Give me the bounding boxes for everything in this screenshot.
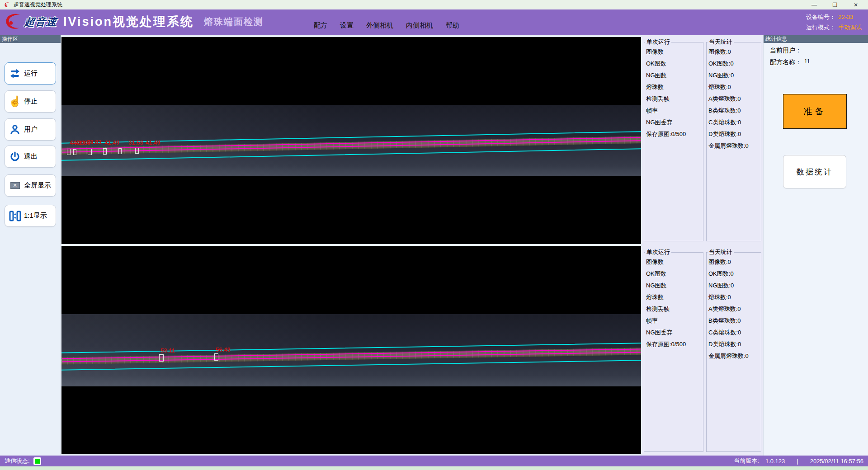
- status-right-group: 当前版本: 1.0.123 | 2025/02/11 16:57:56: [734, 457, 863, 465]
- stat-row: 熔珠数:0: [707, 81, 761, 93]
- stat-row: 检测丢帧: [644, 303, 703, 315]
- single-run-title: 单次运行: [645, 248, 671, 256]
- run-button-label: 运行: [24, 69, 38, 78]
- menu-outer-camera[interactable]: 外侧相机: [360, 19, 400, 32]
- brand-logo-text: 超音速: [24, 15, 57, 29]
- measurement-label: 41.49: [146, 139, 160, 146]
- recipe-name-label: 配方名称：: [770, 58, 802, 66]
- single-run-title: 单次运行: [645, 38, 671, 46]
- stat-row: 熔珠数:0: [707, 291, 761, 303]
- stat-row: 帧率: [644, 315, 703, 327]
- prepare-button[interactable]: 准备: [783, 94, 847, 129]
- stat-row: 保存原图:0/500: [644, 338, 703, 350]
- stat-row: 金属屑熔珠数:0: [707, 350, 761, 362]
- user-button-label: 用户: [24, 125, 38, 134]
- stat-row: NG图数:0: [707, 70, 761, 81]
- info-panel: 统计信息 当前用户： 配方名称：11 准备 数据统计: [763, 35, 868, 456]
- minimize-button[interactable]: —: [804, 0, 825, 9]
- window-controls: — ❐ ✕: [804, 0, 866, 9]
- stat-row: 金属屑熔珠数:0: [707, 140, 761, 152]
- stat-row: NG图数: [644, 70, 703, 81]
- stat-row: 帧率: [644, 105, 703, 117]
- measurement-label: 41.49: [104, 139, 119, 146]
- sidebar-header: 操作区: [0, 35, 61, 43]
- datetime-value: 2025/02/11 16:57:56: [810, 458, 863, 465]
- stat-row: 图像数:0: [707, 256, 761, 268]
- comm-status-label: 通信状态:: [5, 457, 30, 465]
- detection-box: [73, 149, 76, 155]
- run-mode-row: 运行模式：手动调试: [806, 22, 862, 33]
- user-icon: [9, 124, 21, 136]
- restore-button[interactable]: ❐: [825, 0, 845, 9]
- detection-box: [118, 148, 122, 154]
- brand-swoosh-icon: [3, 11, 24, 32]
- stat-row: 熔珠数: [644, 291, 703, 303]
- measurement-label: 53.11: [160, 347, 175, 354]
- stat-row: OK图数:0: [707, 268, 761, 280]
- statistics-area: 单次运行 图像数 OK图数 NG图数 熔珠数 检测丢帧 帧率 NG图丢弃 保存原…: [642, 35, 763, 456]
- close-button[interactable]: ✕: [845, 0, 866, 9]
- fullscreen-button-label: 全屏显示: [24, 181, 51, 190]
- status-separator: |: [797, 458, 798, 465]
- user-button[interactable]: 用户: [5, 118, 56, 141]
- stat-row: NG图丢弃: [644, 327, 703, 338]
- run-arrows-icon: [9, 68, 21, 80]
- brand-block: 超音速 IVision视觉处理系统 熔珠端面检测: [3, 11, 264, 32]
- stat-row: D类熔珠数:0: [707, 338, 761, 350]
- stop-button[interactable]: ☝ 停止: [5, 90, 56, 113]
- menu-recipe[interactable]: 配方: [307, 19, 334, 32]
- stat-row: OK图数: [644, 268, 703, 280]
- fullscreen-button[interactable]: ✕ 全屏显示: [5, 174, 56, 197]
- menu-help[interactable]: 帮助: [439, 19, 466, 32]
- stop-button-label: 停止: [24, 97, 38, 106]
- detection-box: [103, 148, 107, 155]
- camera-view-area: 44.39 41.85 39.83 41.49 31.53 41.49 53.1…: [61, 35, 642, 456]
- measurement-label: 31.53: [128, 139, 143, 146]
- recipe-name-value: 11: [804, 58, 810, 65]
- stat-row: OK图数:0: [707, 58, 761, 70]
- app-title: IVision视觉处理系统: [63, 14, 194, 30]
- app-logo-icon: [4, 1, 10, 8]
- device-id-row: 设备编号：22-33: [806, 12, 862, 22]
- comm-green-dot: [35, 459, 40, 464]
- outer-camera-viewport[interactable]: 44.39 41.85 39.83 41.49 31.53 41.49: [61, 37, 641, 244]
- comm-status-group: 通信状态:: [5, 457, 41, 465]
- status-bar: 通信状态: 当前版本: 1.0.123 | 2025/02/11 16:57:5…: [0, 456, 868, 466]
- detection-box: [135, 148, 139, 154]
- inner-camera-viewport[interactable]: 53.11 56.43: [61, 246, 641, 454]
- single-run-group-top: 单次运行 图像数 OK图数 NG图数 熔珠数 检测丢帧 帧率 NG图丢弃 保存原…: [644, 38, 703, 241]
- device-id-value: 22-33: [838, 14, 853, 20]
- stat-row: 熔珠数: [644, 81, 703, 93]
- hand-stop-icon: ☝: [9, 96, 21, 108]
- comm-status-indicator: [33, 457, 41, 465]
- exit-button-label: 退出: [24, 152, 38, 161]
- exit-button[interactable]: 退出: [5, 146, 56, 168]
- detection-box: [214, 353, 218, 361]
- run-button[interactable]: 运行: [5, 62, 56, 85]
- recipe-name-row: 配方名称：11: [770, 58, 868, 66]
- detection-box: [88, 149, 92, 155]
- stat-row: B类熔珠数:0: [707, 315, 761, 327]
- stat-row: NG图数: [644, 280, 703, 291]
- one-to-one-button[interactable]: 1:1显示: [5, 205, 56, 227]
- menu-settings[interactable]: 设置: [334, 19, 360, 32]
- daily-stats-group-top: 当天统计 图像数:0 OK图数:0 NG图数:0 熔珠数:0 A类熔珠数:0 B…: [706, 38, 761, 241]
- power-icon: [9, 151, 21, 163]
- stat-row: B类熔珠数:0: [707, 105, 761, 117]
- stat-row: C类熔珠数:0: [707, 117, 761, 128]
- device-id-label: 设备编号：: [806, 14, 835, 20]
- stat-row: NG图丢弃: [644, 117, 703, 128]
- operation-sidebar: 操作区 运行 ☝ 停止 用户: [0, 35, 61, 456]
- current-user-row: 当前用户：: [770, 47, 868, 55]
- detection-box: [159, 354, 164, 362]
- daily-stats-title: 当天统计: [708, 38, 734, 46]
- version-label: 当前版本:: [734, 457, 759, 465]
- stat-row: 检测丢帧: [644, 93, 703, 105]
- menu-inner-camera[interactable]: 内侧相机: [400, 19, 439, 32]
- stat-row: D类熔珠数:0: [707, 128, 761, 140]
- app-subtitle: 熔珠端面检测: [204, 16, 264, 28]
- stat-row: 图像数:0: [707, 46, 761, 58]
- app-window: 超音速视觉处理系统 — ❐ ✕ 超音速 IVision视觉处理系统 熔珠端面检测…: [0, 0, 868, 470]
- data-statistics-button[interactable]: 数据统计: [783, 155, 846, 188]
- one-to-one-icon: [9, 210, 21, 222]
